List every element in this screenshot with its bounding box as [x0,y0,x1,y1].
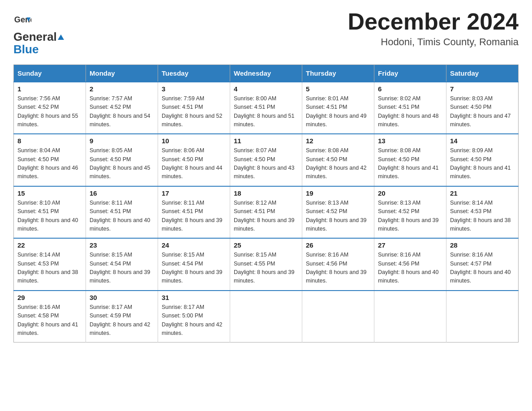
header-saturday: Saturday [446,64,519,82]
day-number: 26 [306,241,370,249]
calendar-day-cell: 30 Sunrise: 8:17 AM Sunset: 4:59 PM Dayl… [86,291,158,342]
calendar-week-row: 22 Sunrise: 8:14 AM Sunset: 4:53 PM Dayl… [14,238,519,291]
calendar-title: December 2024 [348,9,519,34]
day-number: 22 [17,241,82,249]
calendar-day-cell: 1 Sunrise: 7:56 AM Sunset: 4:52 PM Dayli… [14,82,86,134]
day-info: Sunrise: 8:08 AM Sunset: 4:50 PM Dayligh… [306,146,370,181]
calendar-subtitle: Hodoni, Timis County, Romania [348,36,519,48]
calendar-day-cell: 12 Sunrise: 8:08 AM Sunset: 4:50 PM Dayl… [302,134,374,186]
day-info: Sunrise: 8:09 AM Sunset: 4:50 PM Dayligh… [450,146,515,181]
day-number: 14 [450,137,515,145]
day-info: Sunrise: 8:03 AM Sunset: 4:50 PM Dayligh… [450,94,515,129]
day-info: Sunrise: 8:16 AM Sunset: 4:58 PM Dayligh… [17,303,82,338]
day-number: 19 [306,189,370,197]
header-monday: Monday [86,64,158,82]
day-number: 5 [306,85,370,93]
header-friday: Friday [374,64,446,82]
title-area: December 2024 Hodoni, Timis County, Roma… [348,9,519,48]
day-number: 30 [90,294,154,301]
logo-blue: Blue [13,43,64,56]
day-info: Sunrise: 8:17 AM Sunset: 4:59 PM Dayligh… [90,303,154,338]
calendar-week-row: 8 Sunrise: 8:04 AM Sunset: 4:50 PM Dayli… [14,134,519,186]
calendar-day-cell: 20 Sunrise: 8:13 AM Sunset: 4:52 PM Dayl… [374,186,446,239]
day-info: Sunrise: 8:11 AM Sunset: 4:51 PM Dayligh… [162,199,226,234]
day-number: 11 [234,137,298,145]
day-info: Sunrise: 7:57 AM Sunset: 4:52 PM Dayligh… [90,94,154,129]
calendar-day-cell: 3 Sunrise: 7:59 AM Sunset: 4:51 PM Dayli… [158,82,230,134]
calendar-day-cell: 6 Sunrise: 8:02 AM Sunset: 4:51 PM Dayli… [374,82,446,134]
day-info: Sunrise: 8:06 AM Sunset: 4:50 PM Dayligh… [162,146,226,181]
day-number: 2 [90,85,154,93]
day-number: 23 [90,241,154,249]
calendar-day-cell: 25 Sunrise: 8:15 AM Sunset: 4:55 PM Dayl… [230,238,302,291]
calendar-day-cell: 24 Sunrise: 8:15 AM Sunset: 4:54 PM Dayl… [158,238,230,291]
calendar-day-cell: 11 Sunrise: 8:07 AM Sunset: 4:50 PM Dayl… [230,134,302,186]
day-info: Sunrise: 8:13 AM Sunset: 4:52 PM Dayligh… [306,199,370,234]
day-info: Sunrise: 8:16 AM Sunset: 4:56 PM Dayligh… [306,251,370,286]
day-info: Sunrise: 8:11 AM Sunset: 4:51 PM Dayligh… [90,199,154,234]
header-tuesday: Tuesday [158,64,230,82]
day-number: 16 [90,189,154,197]
day-info: Sunrise: 8:04 AM Sunset: 4:50 PM Dayligh… [17,146,82,181]
day-info: Sunrise: 7:59 AM Sunset: 4:51 PM Dayligh… [162,94,226,129]
day-number: 29 [17,294,82,301]
calendar-table: Sunday Monday Tuesday Wednesday Thursday… [13,64,519,343]
calendar-day-cell [302,291,374,342]
calendar-day-cell: 9 Sunrise: 8:05 AM Sunset: 4:50 PM Dayli… [86,134,158,186]
day-number: 24 [162,241,226,249]
calendar-day-cell: 14 Sunrise: 8:09 AM Sunset: 4:50 PM Dayl… [446,134,519,186]
day-number: 10 [162,137,226,145]
header-thursday: Thursday [302,64,374,82]
calendar-day-cell [446,291,519,342]
calendar-day-cell [374,291,446,342]
logo-general: General [13,30,64,44]
header: General General Blue December 2024 Hodon… [13,9,519,56]
day-number: 20 [378,189,442,197]
calendar-day-cell: 23 Sunrise: 8:15 AM Sunset: 4:54 PM Dayl… [86,238,158,291]
header-sunday: Sunday [14,64,86,82]
day-info: Sunrise: 8:15 AM Sunset: 4:54 PM Dayligh… [162,251,226,286]
day-info: Sunrise: 8:16 AM Sunset: 4:57 PM Dayligh… [450,251,515,286]
day-info: Sunrise: 8:16 AM Sunset: 4:56 PM Dayligh… [378,251,442,286]
day-info: Sunrise: 8:14 AM Sunset: 4:53 PM Dayligh… [17,251,82,286]
day-info: Sunrise: 8:14 AM Sunset: 4:53 PM Dayligh… [450,199,515,234]
calendar-day-cell: 16 Sunrise: 8:11 AM Sunset: 4:51 PM Dayl… [86,186,158,239]
weekday-header-row: Sunday Monday Tuesday Wednesday Thursday… [14,64,519,82]
calendar-day-cell: 15 Sunrise: 8:10 AM Sunset: 4:51 PM Dayl… [14,186,86,239]
day-info: Sunrise: 8:15 AM Sunset: 4:54 PM Dayligh… [90,251,154,286]
calendar-week-row: 15 Sunrise: 8:10 AM Sunset: 4:51 PM Dayl… [14,186,519,239]
calendar-day-cell [230,291,302,342]
day-number: 28 [450,241,515,249]
calendar-day-cell: 31 Sunrise: 8:17 AM Sunset: 5:00 PM Dayl… [158,291,230,342]
calendar-week-row: 29 Sunrise: 8:16 AM Sunset: 4:58 PM Dayl… [14,291,519,342]
calendar-day-cell: 17 Sunrise: 8:11 AM Sunset: 4:51 PM Dayl… [158,186,230,239]
day-number: 25 [234,241,298,249]
day-info: Sunrise: 8:12 AM Sunset: 4:51 PM Dayligh… [234,199,298,234]
calendar-day-cell: 21 Sunrise: 8:14 AM Sunset: 4:53 PM Dayl… [446,186,519,239]
day-info: Sunrise: 8:10 AM Sunset: 4:51 PM Dayligh… [17,199,82,234]
day-info: Sunrise: 8:00 AM Sunset: 4:51 PM Dayligh… [234,94,298,129]
day-number: 6 [378,85,442,93]
day-number: 4 [234,85,298,93]
logo-icon: General [13,13,31,31]
calendar-week-row: 1 Sunrise: 7:56 AM Sunset: 4:52 PM Dayli… [14,82,519,134]
day-info: Sunrise: 8:02 AM Sunset: 4:51 PM Dayligh… [378,94,442,129]
day-info: Sunrise: 8:17 AM Sunset: 5:00 PM Dayligh… [162,303,226,338]
calendar-day-cell: 7 Sunrise: 8:03 AM Sunset: 4:50 PM Dayli… [446,82,519,134]
day-info: Sunrise: 8:08 AM Sunset: 4:50 PM Dayligh… [378,146,442,181]
header-wednesday: Wednesday [230,64,302,82]
day-number: 15 [17,189,82,197]
calendar-day-cell: 5 Sunrise: 8:01 AM Sunset: 4:51 PM Dayli… [302,82,374,134]
day-number: 21 [450,189,515,197]
calendar-day-cell: 13 Sunrise: 8:08 AM Sunset: 4:50 PM Dayl… [374,134,446,186]
calendar-day-cell: 18 Sunrise: 8:12 AM Sunset: 4:51 PM Dayl… [230,186,302,239]
day-number: 31 [162,294,226,301]
day-number: 12 [306,137,370,145]
day-info: Sunrise: 8:15 AM Sunset: 4:55 PM Dayligh… [234,251,298,286]
calendar-day-cell: 10 Sunrise: 8:06 AM Sunset: 4:50 PM Dayl… [158,134,230,186]
day-info: Sunrise: 8:07 AM Sunset: 4:50 PM Dayligh… [234,146,298,181]
day-number: 13 [378,137,442,145]
day-number: 7 [450,85,515,93]
day-number: 3 [162,85,226,93]
day-number: 18 [234,189,298,197]
